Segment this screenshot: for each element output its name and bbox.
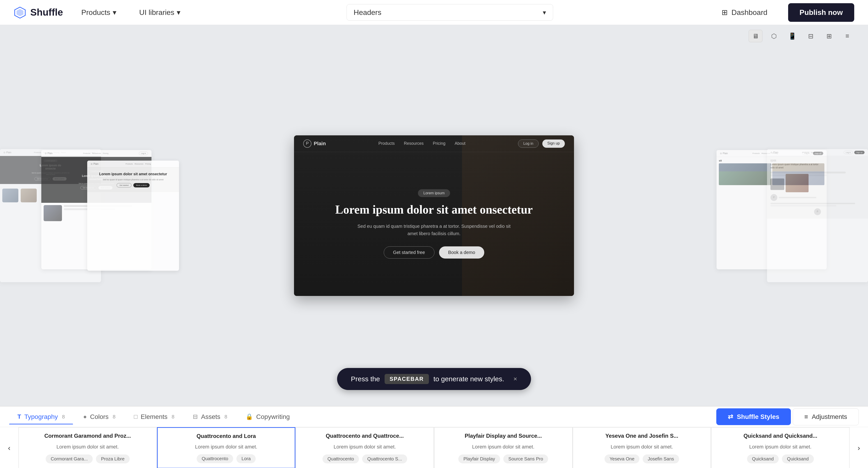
font-card-title: Cormorant Garamond and Proz... (44, 432, 131, 439)
hero-title: Lorem ipsum dolor sit amet onsectetur (335, 202, 533, 217)
font-card-title: Yeseva One and Josefin S... (606, 432, 678, 439)
compact-view-button[interactable]: ≡ (840, 30, 854, 42)
tab-copywriting[interactable]: 🔒 Copywriting (237, 409, 298, 424)
adjustments-button[interactable]: ≡ Adjustments (793, 408, 859, 425)
font-card-playfair-source[interactable]: Playfair Display and Source... Lorem ips… (434, 427, 572, 468)
carousel-prev-button[interactable]: ‹ (0, 427, 18, 468)
font-card-sample: Lorem ipsum dolor sit amet. (57, 444, 119, 450)
font-tags: QuicksandQuicksand (747, 455, 814, 463)
desktop-view-button[interactable]: 🖥 (749, 30, 763, 42)
font-cards-list: Cormorant Garamond and Proz... Lorem ips… (18, 427, 850, 468)
font-tag: Quattrocento S... (362, 455, 407, 463)
font-tag: Playfair Display (458, 455, 500, 463)
font-tag: Lora (237, 454, 256, 463)
tablet-landscape-button[interactable]: ⬡ (767, 30, 781, 42)
font-tag: Quattrocento (197, 454, 234, 463)
font-tag: Proza Libre (96, 455, 129, 463)
toast-close-button[interactable]: × (514, 375, 517, 383)
font-tag: Yeseva One (604, 455, 640, 463)
brand-name: Shuffle (30, 7, 63, 18)
sliders-icon: ≡ (804, 413, 808, 420)
assets-icon: ⊟ (193, 413, 198, 420)
font-card-cormorant-proz[interactable]: Cormorant Garamond and Proz... Lorem ips… (18, 427, 157, 468)
main-preview: P Plain Products Resources Pricing About… (294, 135, 574, 296)
font-card-sample: Lorem ipsum dolor sit amet. (334, 444, 396, 450)
colors-icon: ● (83, 413, 87, 420)
logo[interactable]: Shuffle (14, 6, 63, 19)
hero-cta-secondary[interactable]: Book a demo (439, 246, 485, 258)
typography-icon: T (18, 413, 21, 420)
hero-actions: Get started free Book a demo (384, 246, 485, 258)
publish-button[interactable]: Publish now (788, 3, 854, 22)
font-tag: Source Sans Pro (503, 455, 548, 463)
side-previews: ⊙Plain Products Resources Pricing About … (0, 25, 868, 406)
preview-nav-actions: Log in Sign up (518, 139, 565, 148)
hero-cta-primary[interactable]: Get started free (384, 246, 434, 258)
font-card-yeseva-josefin[interactable]: Yeseva One and Josefin S... Lorem ipsum … (572, 427, 711, 468)
nav-products[interactable]: Products ▾ (76, 6, 121, 19)
shuffle-styles-button[interactable]: ⇄ Shuffle Styles (716, 408, 790, 425)
font-tags: Playfair DisplaySource Sans Pro (458, 455, 548, 463)
spacebar-toast: Press the SPACEBAR to generate new style… (337, 368, 531, 390)
font-tags: QuattrocentoQuattrocento S... (322, 455, 407, 463)
carousel-next-button[interactable]: › (850, 427, 868, 468)
split-view-button[interactable]: ⊟ (804, 30, 817, 42)
font-tag: Josefin Sans (643, 455, 679, 463)
preview-navbar: P Plain Products Resources Pricing About… (294, 135, 574, 152)
tab-assets[interactable]: ⊟ Assets 8 (185, 409, 236, 424)
preview-logo-text: Plain (314, 141, 326, 147)
preview-signup-button[interactable]: Sign up (542, 139, 565, 148)
shuffle-icon: ⇄ (728, 413, 733, 420)
preview-login-button[interactable]: Log in (518, 139, 539, 148)
font-card-sample: Lorem ipsum dolor sit amet. (195, 444, 257, 450)
font-card-title: Quicksand and Quicksand... (743, 432, 817, 439)
font-card-title: Quattrocento and Lora (196, 432, 256, 440)
left-preview-3[interactable]: ⊙Plain Products Resources Pricing Lorem … (87, 161, 179, 271)
lock-icon: 🔒 (246, 413, 253, 420)
bottom-panel: T Typography 8 ● Colors 8 □ Elements 8 ⊟… (0, 406, 868, 468)
font-card-sample: Lorem ipsum dolor sit amet. (611, 444, 673, 450)
preview-nav-links: Products Resources Pricing About (378, 141, 465, 146)
hero-badge: Lorem ipsum (418, 189, 450, 197)
font-carousel: ‹ Cormorant Garamond and Proz... Lorem i… (0, 427, 868, 468)
font-tags: QuattrocentoLora (197, 454, 256, 463)
font-card-title: Quattrocento and Quattroce... (326, 432, 404, 439)
topnav: Shuffle Products ▾ UI libraries ▾ Header… (0, 0, 868, 25)
right-preview-2[interactable]: ⊙Plain Products Resources Log in Sign up… (767, 149, 868, 282)
preview-logo-icon: P (303, 139, 311, 148)
font-card-sample: Lorem ipsum dolor sit amet. (472, 444, 534, 450)
mini-logo-1: ⊙Plain (3, 151, 11, 154)
hero-subtitle: Sed eu quam id quam tristique pharetra a… (354, 222, 514, 237)
tab-elements[interactable]: □ Elements 8 (126, 409, 183, 424)
spacebar-key: SPACEBAR (384, 374, 429, 384)
font-tag: Quicksand (747, 455, 779, 463)
font-card-title: Playfair Display and Source... (465, 432, 542, 439)
chevron-down-icon: ▾ (543, 9, 546, 16)
svg-marker-1 (17, 9, 23, 16)
logo-icon (14, 6, 26, 19)
font-card-quattrocento-quattroce[interactable]: Quattrocento and Quattroce... Lorem ipsu… (296, 427, 434, 468)
tab-typography[interactable]: T Typography 8 (9, 409, 73, 424)
hero-content: Lorem ipsum Lorem ipsum dolor sit amet o… (294, 152, 574, 296)
mobile-view-button[interactable]: 📱 (785, 30, 799, 42)
preview-logo: P Plain (303, 139, 326, 148)
hero-section: P Plain Products Resources Pricing About… (294, 135, 574, 296)
bottom-tabs: T Typography 8 ● Colors 8 □ Elements 8 ⊟… (0, 407, 868, 427)
font-tags: Yeseva OneJosefin Sans (604, 455, 679, 463)
font-tag: Quattrocento (322, 455, 359, 463)
tab-colors[interactable]: ● Colors 8 (75, 409, 124, 424)
view-controls: 🖥 ⬡ 📱 ⊟ ⊞ ≡ (749, 30, 854, 42)
canvas-area: ⊙Plain Products Resources Pricing About … (0, 25, 868, 406)
dashboard-button[interactable]: ⊞ Dashboard (715, 4, 774, 21)
grid-view-button[interactable]: ⊞ (822, 30, 836, 42)
dashboard-icon: ⊞ (721, 8, 728, 17)
section-search[interactable]: Headers ▾ (346, 4, 553, 21)
font-tag: Quicksand (782, 455, 814, 463)
font-card-sample: Lorem ipsum dolor sit amet. (749, 444, 811, 450)
font-tags: Cormorant Gara...Proza Libre (46, 455, 129, 463)
font-card-quattrocento-lora[interactable]: Quattrocento and Lora Lorem ipsum dolor … (157, 427, 296, 468)
font-tag: Cormorant Gara... (46, 455, 93, 463)
elements-icon: □ (134, 413, 137, 420)
nav-ui-libraries[interactable]: UI libraries ▾ (135, 6, 185, 19)
font-card-quicksand-quicksand[interactable]: Quicksand and Quicksand... Lorem ipsum d… (711, 427, 850, 468)
